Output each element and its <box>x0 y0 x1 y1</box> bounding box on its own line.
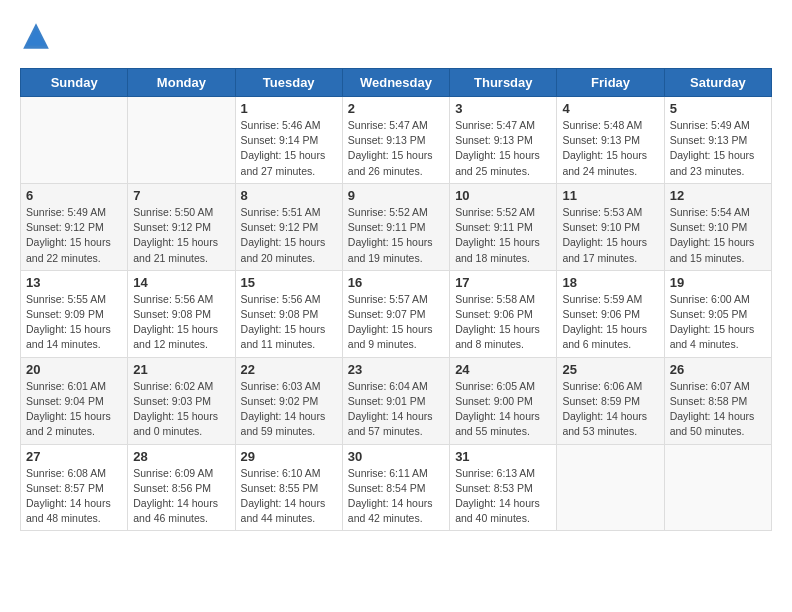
calendar-cell: 9Sunrise: 5:52 AM Sunset: 9:11 PM Daylig… <box>342 183 449 270</box>
day-number: 6 <box>26 188 122 203</box>
calendar-cell: 12Sunrise: 5:54 AM Sunset: 9:10 PM Dayli… <box>664 183 771 270</box>
day-info: Sunrise: 6:05 AM Sunset: 9:00 PM Dayligh… <box>455 379 551 440</box>
day-info: Sunrise: 6:10 AM Sunset: 8:55 PM Dayligh… <box>241 466 337 527</box>
logo <box>20 20 56 52</box>
calendar-week-row: 20Sunrise: 6:01 AM Sunset: 9:04 PM Dayli… <box>21 357 772 444</box>
day-number: 12 <box>670 188 766 203</box>
day-number: 2 <box>348 101 444 116</box>
day-number: 9 <box>348 188 444 203</box>
day-info: Sunrise: 5:55 AM Sunset: 9:09 PM Dayligh… <box>26 292 122 353</box>
day-info: Sunrise: 6:01 AM Sunset: 9:04 PM Dayligh… <box>26 379 122 440</box>
calendar-cell: 7Sunrise: 5:50 AM Sunset: 9:12 PM Daylig… <box>128 183 235 270</box>
logo-icon <box>20 20 52 52</box>
day-number: 11 <box>562 188 658 203</box>
page-header <box>20 20 772 52</box>
day-info: Sunrise: 5:53 AM Sunset: 9:10 PM Dayligh… <box>562 205 658 266</box>
day-info: Sunrise: 5:47 AM Sunset: 9:13 PM Dayligh… <box>455 118 551 179</box>
calendar-cell <box>557 444 664 531</box>
day-number: 24 <box>455 362 551 377</box>
calendar-cell: 3Sunrise: 5:47 AM Sunset: 9:13 PM Daylig… <box>450 97 557 184</box>
calendar-cell: 5Sunrise: 5:49 AM Sunset: 9:13 PM Daylig… <box>664 97 771 184</box>
day-info: Sunrise: 6:04 AM Sunset: 9:01 PM Dayligh… <box>348 379 444 440</box>
day-number: 28 <box>133 449 229 464</box>
calendar-cell: 25Sunrise: 6:06 AM Sunset: 8:59 PM Dayli… <box>557 357 664 444</box>
day-number: 17 <box>455 275 551 290</box>
calendar-cell: 29Sunrise: 6:10 AM Sunset: 8:55 PM Dayli… <box>235 444 342 531</box>
calendar-cell: 20Sunrise: 6:01 AM Sunset: 9:04 PM Dayli… <box>21 357 128 444</box>
day-info: Sunrise: 6:08 AM Sunset: 8:57 PM Dayligh… <box>26 466 122 527</box>
calendar-cell <box>128 97 235 184</box>
calendar-cell: 11Sunrise: 5:53 AM Sunset: 9:10 PM Dayli… <box>557 183 664 270</box>
day-info: Sunrise: 6:11 AM Sunset: 8:54 PM Dayligh… <box>348 466 444 527</box>
day-info: Sunrise: 5:57 AM Sunset: 9:07 PM Dayligh… <box>348 292 444 353</box>
calendar-cell: 21Sunrise: 6:02 AM Sunset: 9:03 PM Dayli… <box>128 357 235 444</box>
day-number: 19 <box>670 275 766 290</box>
day-number: 22 <box>241 362 337 377</box>
day-number: 1 <box>241 101 337 116</box>
day-info: Sunrise: 5:49 AM Sunset: 9:13 PM Dayligh… <box>670 118 766 179</box>
day-info: Sunrise: 5:52 AM Sunset: 9:11 PM Dayligh… <box>455 205 551 266</box>
day-number: 30 <box>348 449 444 464</box>
calendar-cell: 17Sunrise: 5:58 AM Sunset: 9:06 PM Dayli… <box>450 270 557 357</box>
day-info: Sunrise: 6:03 AM Sunset: 9:02 PM Dayligh… <box>241 379 337 440</box>
calendar-cell: 22Sunrise: 6:03 AM Sunset: 9:02 PM Dayli… <box>235 357 342 444</box>
day-number: 4 <box>562 101 658 116</box>
day-info: Sunrise: 6:09 AM Sunset: 8:56 PM Dayligh… <box>133 466 229 527</box>
calendar-cell: 8Sunrise: 5:51 AM Sunset: 9:12 PM Daylig… <box>235 183 342 270</box>
day-info: Sunrise: 5:58 AM Sunset: 9:06 PM Dayligh… <box>455 292 551 353</box>
calendar-cell: 14Sunrise: 5:56 AM Sunset: 9:08 PM Dayli… <box>128 270 235 357</box>
calendar-cell: 4Sunrise: 5:48 AM Sunset: 9:13 PM Daylig… <box>557 97 664 184</box>
calendar-week-row: 13Sunrise: 5:55 AM Sunset: 9:09 PM Dayli… <box>21 270 772 357</box>
day-number: 23 <box>348 362 444 377</box>
calendar-cell: 18Sunrise: 5:59 AM Sunset: 9:06 PM Dayli… <box>557 270 664 357</box>
calendar-cell: 24Sunrise: 6:05 AM Sunset: 9:00 PM Dayli… <box>450 357 557 444</box>
day-number: 8 <box>241 188 337 203</box>
day-number: 29 <box>241 449 337 464</box>
calendar-cell: 6Sunrise: 5:49 AM Sunset: 9:12 PM Daylig… <box>21 183 128 270</box>
calendar-cell: 27Sunrise: 6:08 AM Sunset: 8:57 PM Dayli… <box>21 444 128 531</box>
day-info: Sunrise: 5:46 AM Sunset: 9:14 PM Dayligh… <box>241 118 337 179</box>
calendar-week-row: 27Sunrise: 6:08 AM Sunset: 8:57 PM Dayli… <box>21 444 772 531</box>
day-number: 14 <box>133 275 229 290</box>
calendar-table: SundayMondayTuesdayWednesdayThursdayFrid… <box>20 68 772 531</box>
day-number: 3 <box>455 101 551 116</box>
day-number: 5 <box>670 101 766 116</box>
day-info: Sunrise: 6:13 AM Sunset: 8:53 PM Dayligh… <box>455 466 551 527</box>
day-info: Sunrise: 6:06 AM Sunset: 8:59 PM Dayligh… <box>562 379 658 440</box>
calendar-cell: 2Sunrise: 5:47 AM Sunset: 9:13 PM Daylig… <box>342 97 449 184</box>
day-number: 13 <box>26 275 122 290</box>
day-info: Sunrise: 5:51 AM Sunset: 9:12 PM Dayligh… <box>241 205 337 266</box>
day-info: Sunrise: 5:48 AM Sunset: 9:13 PM Dayligh… <box>562 118 658 179</box>
day-header-saturday: Saturday <box>664 69 771 97</box>
day-number: 7 <box>133 188 229 203</box>
calendar-cell: 31Sunrise: 6:13 AM Sunset: 8:53 PM Dayli… <box>450 444 557 531</box>
day-info: Sunrise: 5:59 AM Sunset: 9:06 PM Dayligh… <box>562 292 658 353</box>
day-info: Sunrise: 5:54 AM Sunset: 9:10 PM Dayligh… <box>670 205 766 266</box>
day-info: Sunrise: 6:00 AM Sunset: 9:05 PM Dayligh… <box>670 292 766 353</box>
calendar-cell: 13Sunrise: 5:55 AM Sunset: 9:09 PM Dayli… <box>21 270 128 357</box>
day-info: Sunrise: 5:50 AM Sunset: 9:12 PM Dayligh… <box>133 205 229 266</box>
calendar-cell: 23Sunrise: 6:04 AM Sunset: 9:01 PM Dayli… <box>342 357 449 444</box>
day-number: 21 <box>133 362 229 377</box>
day-number: 27 <box>26 449 122 464</box>
calendar-cell: 1Sunrise: 5:46 AM Sunset: 9:14 PM Daylig… <box>235 97 342 184</box>
day-number: 15 <box>241 275 337 290</box>
day-number: 20 <box>26 362 122 377</box>
day-info: Sunrise: 6:07 AM Sunset: 8:58 PM Dayligh… <box>670 379 766 440</box>
calendar-header-row: SundayMondayTuesdayWednesdayThursdayFrid… <box>21 69 772 97</box>
day-info: Sunrise: 6:02 AM Sunset: 9:03 PM Dayligh… <box>133 379 229 440</box>
calendar-cell <box>664 444 771 531</box>
calendar-week-row: 6Sunrise: 5:49 AM Sunset: 9:12 PM Daylig… <box>21 183 772 270</box>
day-number: 18 <box>562 275 658 290</box>
calendar-cell: 30Sunrise: 6:11 AM Sunset: 8:54 PM Dayli… <box>342 444 449 531</box>
day-info: Sunrise: 5:56 AM Sunset: 9:08 PM Dayligh… <box>241 292 337 353</box>
day-number: 10 <box>455 188 551 203</box>
day-info: Sunrise: 5:47 AM Sunset: 9:13 PM Dayligh… <box>348 118 444 179</box>
day-info: Sunrise: 5:56 AM Sunset: 9:08 PM Dayligh… <box>133 292 229 353</box>
day-header-tuesday: Tuesday <box>235 69 342 97</box>
day-number: 31 <box>455 449 551 464</box>
day-info: Sunrise: 5:52 AM Sunset: 9:11 PM Dayligh… <box>348 205 444 266</box>
day-header-monday: Monday <box>128 69 235 97</box>
calendar-cell: 28Sunrise: 6:09 AM Sunset: 8:56 PM Dayli… <box>128 444 235 531</box>
calendar-week-row: 1Sunrise: 5:46 AM Sunset: 9:14 PM Daylig… <box>21 97 772 184</box>
